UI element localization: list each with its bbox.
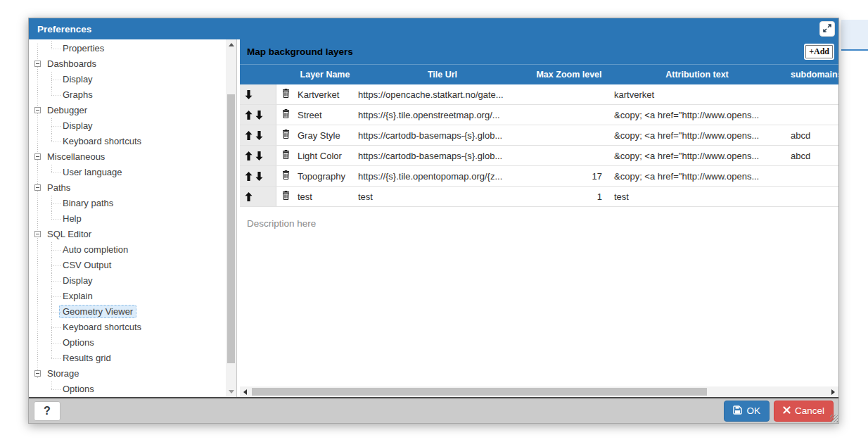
subdomains-cell[interactable]: [786, 187, 838, 206]
move-down-icon[interactable]: [245, 90, 253, 99]
tile-url-cell[interactable]: https://opencache.statkart.no/gate...: [355, 84, 530, 104]
delete-row-button[interactable]: [276, 166, 295, 186]
resize-grip[interactable]: [830, 415, 838, 422]
attribution-cell[interactable]: &copy; <a href="http://www.opens...: [608, 146, 786, 165]
horizontal-scrollbar-thumb[interactable]: [252, 388, 707, 396]
move-down-icon[interactable]: [255, 131, 263, 140]
header-tile-url: Tile Url: [355, 65, 530, 84]
attribution-cell[interactable]: &copy; <a href="http://www.opens...: [608, 125, 786, 145]
tile-url-cell[interactable]: https://{s}.tile.opentopomap.org/{z...: [355, 166, 530, 186]
tile-url-cell[interactable]: https://cartodb-basemaps-{s}.glob...: [355, 146, 530, 165]
tile-url-cell[interactable]: https://cartodb-basemaps-{s}.glob...: [355, 125, 530, 145]
tree-item-keyboard-shortcuts[interactable]: Keyboard shortcuts: [29, 134, 225, 149]
tree-scrollbar-thumb[interactable]: [227, 94, 235, 363]
collapse-minus-icon[interactable]: [34, 184, 41, 191]
move-up-icon[interactable]: [245, 151, 253, 160]
move-up-icon[interactable]: [245, 131, 253, 140]
tree-item-label: Graphs: [63, 89, 93, 100]
max-zoom-cell[interactable]: [530, 125, 608, 145]
max-zoom-cell[interactable]: [530, 105, 608, 125]
tree-item-display[interactable]: Display: [29, 273, 225, 289]
ok-button[interactable]: OK: [724, 401, 770, 422]
attribution-cell[interactable]: &copy; <a href="http://www.opens...: [608, 105, 786, 125]
trash-icon: [282, 191, 290, 202]
cancel-button[interactable]: Cancel: [774, 401, 834, 422]
scroll-left-arrow-icon[interactable]: [240, 386, 250, 397]
subdomains-cell[interactable]: abcd: [786, 146, 838, 165]
tree-item-graphs[interactable]: Graphs: [29, 87, 225, 103]
tree-item-results-grid[interactable]: Results grid: [29, 351, 225, 366]
max-zoom-cell[interactable]: 17: [530, 166, 608, 186]
attribution-cell[interactable]: test: [608, 187, 786, 206]
subdomains-cell[interactable]: [786, 105, 838, 125]
tree-scrollbar[interactable]: [226, 39, 236, 397]
delete-row-button[interactable]: [276, 125, 295, 145]
tree-item-options[interactable]: Options: [29, 335, 225, 351]
expand-arrows-icon: [823, 23, 831, 35]
tree-item-paths[interactable]: Paths: [29, 180, 225, 196]
max-zoom-cell[interactable]: 1: [530, 187, 608, 206]
scroll-down-arrow-icon[interactable]: [226, 386, 236, 397]
tree-item-display[interactable]: Display: [29, 118, 225, 134]
collapse-minus-icon[interactable]: [34, 153, 41, 160]
tree-item-label: Auto completion: [63, 244, 128, 255]
tree-item-properties[interactable]: Properties: [29, 41, 225, 56]
tree-item-geometry-viewer[interactable]: Geometry Viewer: [29, 304, 225, 320]
delete-row-button[interactable]: [276, 146, 295, 165]
move-up-icon[interactable]: [245, 192, 253, 201]
tree-item-debugger[interactable]: Debugger: [29, 103, 225, 118]
add-layer-button[interactable]: +Add: [805, 45, 833, 58]
tree-item-miscellaneous[interactable]: Miscellaneous: [29, 149, 225, 165]
tree-item-label: Keyboard shortcuts: [63, 322, 141, 332]
tree-item-binary-paths[interactable]: Binary paths: [29, 196, 225, 211]
layer-name-cell[interactable]: test: [295, 187, 355, 206]
layer-name-cell[interactable]: Kartverket: [295, 84, 355, 104]
tree-item-sql-editor[interactable]: SQL Editor: [29, 227, 225, 242]
collapse-minus-icon[interactable]: [34, 370, 41, 377]
row-move-actions: [240, 84, 276, 104]
tree-item-display[interactable]: Display: [29, 72, 225, 87]
move-down-icon[interactable]: [255, 151, 263, 160]
layer-name-cell[interactable]: Street: [295, 105, 355, 125]
scroll-up-arrow-icon[interactable]: [226, 39, 236, 50]
attribution-cell[interactable]: &copy; <a href="http://www.opens...: [608, 166, 786, 186]
subdomains-cell[interactable]: abcd: [786, 125, 838, 145]
delete-row-button[interactable]: [276, 84, 295, 104]
attribution-cell[interactable]: kartverket: [608, 84, 786, 104]
tree-item-auto-completion[interactable]: Auto completion: [29, 242, 225, 258]
move-down-icon[interactable]: [255, 172, 263, 181]
tile-url-cell[interactable]: test: [355, 187, 530, 206]
delete-row-button[interactable]: [276, 187, 295, 206]
tree-item-label: Binary paths: [63, 198, 113, 208]
tree-item-help[interactable]: Help: [29, 211, 225, 227]
horizontal-scrollbar[interactable]: [240, 386, 838, 397]
max-zoom-cell[interactable]: [530, 146, 608, 165]
delete-row-button[interactable]: [276, 105, 295, 125]
help-button[interactable]: ?: [34, 401, 60, 421]
tree-item-dashboards[interactable]: Dashboards: [29, 56, 225, 72]
collapse-minus-icon[interactable]: [34, 61, 41, 67]
tree-item-user-language[interactable]: User language: [29, 165, 225, 180]
maximize-button[interactable]: [819, 21, 835, 37]
move-up-icon[interactable]: [245, 111, 253, 120]
scroll-right-arrow-icon[interactable]: [828, 386, 838, 397]
collapse-minus-icon[interactable]: [34, 231, 41, 237]
tree-item-options[interactable]: Options: [29, 382, 225, 397]
tree-item-storage[interactable]: Storage: [29, 366, 225, 382]
max-zoom-cell[interactable]: [530, 84, 608, 104]
tree-item-keyboard-shortcuts[interactable]: Keyboard shortcuts: [29, 320, 225, 335]
dialog-titlebar[interactable]: Preferences: [29, 18, 838, 39]
subdomains-cell[interactable]: [786, 84, 838, 104]
collapse-minus-icon[interactable]: [34, 107, 41, 113]
layer-name-cell[interactable]: Light Color: [295, 146, 355, 165]
tree-item-csv-output[interactable]: CSV Output: [29, 258, 225, 273]
move-up-icon[interactable]: [245, 172, 253, 181]
trash-icon: [282, 89, 290, 100]
move-down-icon[interactable]: [255, 111, 263, 120]
tree-item-label: Miscellaneous: [47, 151, 105, 162]
layer-name-cell[interactable]: Topography: [295, 166, 355, 186]
subdomains-cell[interactable]: [786, 166, 838, 186]
tree-item-explain[interactable]: Explain: [29, 289, 225, 304]
layer-name-cell[interactable]: Gray Style: [295, 125, 355, 145]
tile-url-cell[interactable]: https://{s}.tile.openstreetmap.org/...: [355, 105, 530, 125]
